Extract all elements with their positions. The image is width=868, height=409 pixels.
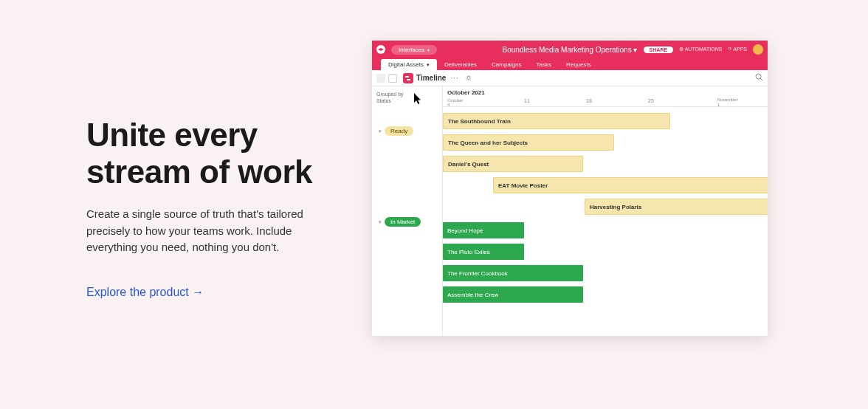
chevron-down-icon: ▾ xyxy=(427,62,430,68)
interfaces-button[interactable]: Interfaces ▾ xyxy=(391,45,437,55)
tab-deliverables[interactable]: Deliverables xyxy=(437,59,484,70)
bar-southbound[interactable]: The Southbound Train xyxy=(443,113,670,129)
airtable-logo-icon[interactable] xyxy=(376,45,385,54)
main-area: Grouped by Status ▾ Ready ▾ In Market Oc… xyxy=(372,86,768,336)
tick-18: 18 xyxy=(586,98,592,103)
tick-11: 11 xyxy=(524,98,530,103)
group-ready[interactable]: ▾ Ready xyxy=(376,126,442,136)
tab-tasks[interactable]: Tasks xyxy=(529,59,559,70)
people-icon[interactable]: ⛭ xyxy=(465,74,472,82)
collapse-caret-icon: ▾ xyxy=(379,128,382,134)
tick-nov: November 1 xyxy=(717,97,738,107)
view-title[interactable]: Timeline xyxy=(416,74,446,82)
svg-rect-1 xyxy=(407,79,410,80)
explore-link[interactable]: Explore the product → xyxy=(86,286,204,298)
hero-section: Unite every stream of work Create a sing… xyxy=(86,117,337,299)
timeline-view-icon xyxy=(403,73,413,83)
topbar: Interfaces ▾ Boundless Media Marketing O… xyxy=(372,41,768,58)
month-label: October 2021 xyxy=(447,89,485,96)
status-ready-pill: Ready xyxy=(385,126,413,136)
logo-mark-icon xyxy=(378,47,384,52)
hero-headline: Unite every stream of work xyxy=(86,117,337,190)
bar-frontier-cookbook[interactable]: The Frontier Cookbook xyxy=(443,265,583,281)
viewbar: Timeline ··· ⛭ xyxy=(372,70,768,86)
bar-daniels-quest[interactable]: Daniel's Quest xyxy=(443,156,583,172)
svg-line-3 xyxy=(760,78,762,80)
app-title[interactable]: Boundless Media Marketing Operations ▾ xyxy=(503,46,638,54)
svg-rect-0 xyxy=(405,76,409,78)
status-in-market-pill: In Market xyxy=(385,217,421,227)
app-window: Interfaces ▾ Boundless Media Marketing O… xyxy=(372,41,768,336)
timeline-area[interactable]: October 2021 October 4 11 18 25 November… xyxy=(443,86,768,336)
search-icon[interactable] xyxy=(755,73,763,83)
tabs-bar: Digital Assets ▾ Deliverables Campaigns … xyxy=(372,58,768,70)
bar-beyond-hope[interactable]: Beyond Hope xyxy=(443,222,524,238)
bar-pluto-exiles[interactable]: The Pluto Exiles xyxy=(443,244,524,260)
group-by-label: Grouped by Status xyxy=(376,91,442,104)
automations-link[interactable]: ⚙ AUTOMATIONS xyxy=(679,47,722,52)
tab-campaigns[interactable]: Campaigns xyxy=(484,59,528,70)
tab-requests[interactable]: Requests xyxy=(559,59,599,70)
menu-icon[interactable] xyxy=(376,74,385,83)
svg-point-2 xyxy=(756,74,761,79)
group-in-market[interactable]: ▾ In Market xyxy=(376,217,442,227)
hero-body: Create a single source of truth that's t… xyxy=(86,206,337,256)
bar-queen[interactable]: The Queen and her Subjects xyxy=(443,134,614,151)
month-sub-label: October 4 xyxy=(447,98,463,107)
side-column: Grouped by Status ▾ Ready ▾ In Market xyxy=(372,86,443,336)
chevron-down-icon: ▾ xyxy=(427,47,430,52)
apps-link[interactable]: ⠿ APPS xyxy=(728,47,747,52)
tick-25: 25 xyxy=(648,98,654,103)
more-options-icon[interactable]: ··· xyxy=(450,74,458,82)
bar-harvesting-polaris[interactable]: Harvesting Polaris xyxy=(585,199,768,215)
share-button[interactable]: SHARE xyxy=(644,47,674,53)
bar-eat-movie-poster[interactable]: EAT Movie Poster xyxy=(493,177,768,193)
tab-digital-assets[interactable]: Digital Assets ▾ xyxy=(381,59,437,70)
bar-assemble-crew[interactable]: Assemble the Crew xyxy=(443,286,583,303)
collapse-caret-icon: ▾ xyxy=(379,219,382,225)
avatar[interactable] xyxy=(753,44,763,55)
sidebar-toggle-icon[interactable] xyxy=(388,74,397,83)
timeline-header: October 2021 October 4 11 18 25 November… xyxy=(443,86,768,107)
